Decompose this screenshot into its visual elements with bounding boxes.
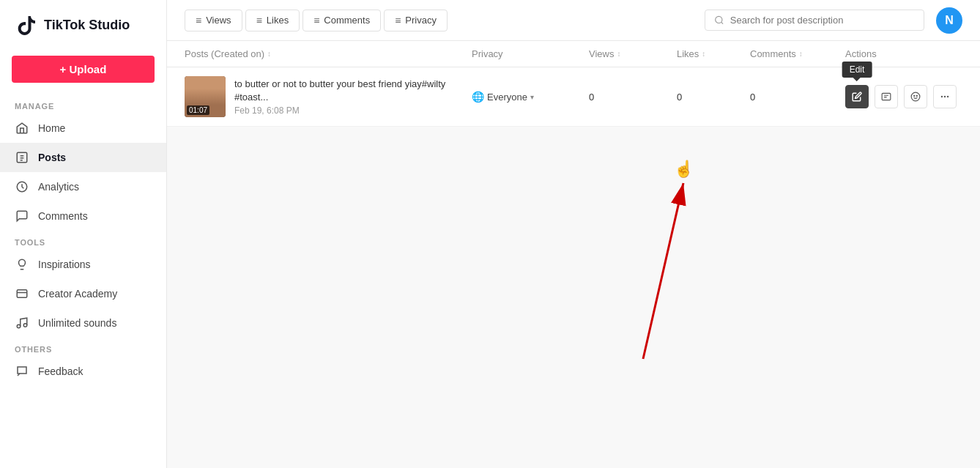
analytics-icon — [15, 179, 29, 194]
caption-icon — [881, 92, 891, 102]
sidebar-unlimited-sounds-label: Unlimited sounds — [38, 317, 116, 329]
sidebar-item-posts[interactable]: Posts — [0, 143, 166, 172]
svg-point-7 — [911, 92, 920, 101]
views-cell: 0 — [589, 92, 677, 103]
manage-section-label: MANAGE — [0, 94, 166, 114]
tab-views-label: Views — [206, 15, 231, 26]
post-date: Feb 19, 6:08 PM — [234, 105, 469, 116]
tab-views[interactable]: ≡ Views — [185, 10, 242, 31]
search-input[interactable] — [730, 15, 915, 26]
svg-point-9 — [916, 95, 917, 96]
sidebar-creator-academy-label: Creator Academy — [38, 288, 117, 300]
svg-point-8 — [914, 95, 915, 96]
tab-likes[interactable]: ≡ Likes — [245, 10, 300, 31]
comments-icon — [15, 209, 29, 223]
sidebar-item-unlimited-sounds[interactable]: Unlimited sounds — [0, 308, 166, 338]
privacy-cell[interactable]: 🌐 Everyone ▾ — [472, 91, 589, 103]
svg-point-4 — [23, 324, 27, 327]
tab-privacy-label: Privacy — [405, 15, 437, 26]
privacy-tab-icon: ≡ — [395, 15, 401, 26]
emoji-button[interactable] — [904, 85, 927, 108]
topbar: ≡ Views ≡ Likes ≡ Comments ≡ Privacy N — [167, 0, 980, 41]
sidebar-analytics-label: Analytics — [38, 181, 79, 193]
col-header-privacy: Privacy — [472, 48, 589, 59]
logo-area: TikTok Studio — [0, 0, 166, 50]
actions-cell: Edit — [845, 85, 962, 108]
sidebar-home-label: Home — [38, 122, 65, 134]
thumb-duration: 01:07 — [187, 105, 209, 115]
globe-icon: 🌐 — [472, 91, 484, 103]
sidebar-item-analytics[interactable]: Analytics — [0, 172, 166, 201]
posts-icon — [15, 150, 29, 165]
tab-comments[interactable]: ≡ Comments — [302, 10, 381, 31]
sidebar-comments-label: Comments — [38, 210, 88, 222]
sidebar: TikTok Studio + Upload MANAGE Home Posts… — [0, 0, 167, 468]
col-comments-label: Comments — [750, 48, 796, 59]
svg-point-10 — [941, 96, 943, 97]
sidebar-item-home[interactable]: Home — [0, 114, 166, 143]
post-thumbnail: 01:07 — [185, 76, 226, 117]
bulb-icon — [15, 257, 29, 272]
col-posts-label: Posts (Created on) — [185, 48, 264, 59]
sort-icon-views: ↕ — [617, 50, 620, 58]
sidebar-item-inspirations[interactable]: Inspirations — [0, 250, 166, 279]
main-content: ≡ Views ≡ Likes ≡ Comments ≡ Privacy N — [167, 0, 980, 468]
table-row: 01:07 to butter or not to butter your be… — [167, 67, 980, 127]
sidebar-posts-label: Posts — [38, 152, 66, 163]
svg-point-5 — [716, 16, 722, 23]
academy-icon — [15, 286, 29, 301]
sidebar-inspirations-label: Inspirations — [38, 259, 91, 270]
pencil-icon — [852, 92, 862, 102]
sidebar-feedback-label: Feedback — [38, 365, 83, 377]
views-tab-icon: ≡ — [196, 15, 201, 26]
search-icon — [714, 15, 724, 26]
emoji-icon — [910, 92, 921, 102]
sort-icon-likes: ↕ — [702, 50, 705, 58]
post-title: to butter or not to butter your best fri… — [234, 78, 469, 104]
likes-cell: 0 — [677, 92, 750, 103]
more-button[interactable] — [933, 85, 957, 108]
col-header-likes[interactable]: Likes ↕ — [677, 48, 750, 59]
col-actions-label: Actions — [845, 48, 877, 59]
svg-point-3 — [17, 324, 21, 328]
chevron-down-icon: ▾ — [530, 93, 534, 101]
tiktok-logo-icon — [15, 13, 38, 37]
feedback-icon — [15, 364, 29, 379]
comments-cell: 0 — [750, 92, 845, 103]
cursor-hand: ☝️ — [674, 160, 694, 179]
privacy-value: Everyone — [487, 92, 527, 103]
sidebar-item-creator-academy[interactable]: Creator Academy — [0, 279, 166, 308]
col-header-actions: Actions — [845, 48, 962, 59]
post-info: to butter or not to butter your best fri… — [234, 78, 469, 116]
upload-button[interactable]: + Upload — [12, 56, 155, 83]
tools-section-label: TOOLS — [0, 231, 166, 250]
svg-point-12 — [947, 96, 949, 97]
sort-icon-comments: ↕ — [799, 50, 803, 58]
sidebar-item-feedback[interactable]: Feedback — [0, 357, 166, 386]
col-header-comments[interactable]: Comments ↕ — [750, 48, 845, 59]
svg-rect-2 — [17, 290, 27, 298]
col-header-views[interactable]: Views ↕ — [589, 48, 677, 59]
sort-icon-posts: ↕ — [267, 50, 271, 58]
tab-group: ≡ Views ≡ Likes ≡ Comments ≡ Privacy — [185, 10, 448, 31]
tab-likes-label: Likes — [267, 15, 289, 26]
search-box[interactable] — [705, 10, 924, 31]
avatar: N — [936, 7, 962, 34]
likes-tab-icon: ≡ — [256, 15, 262, 26]
svg-point-11 — [944, 96, 946, 97]
home-icon — [15, 121, 29, 135]
content-area: Posts (Created on) ↕ Privacy Views ↕ Lik… — [167, 41, 980, 468]
music-icon — [15, 316, 29, 330]
post-cell: 01:07 to butter or not to butter your be… — [185, 76, 472, 117]
edit-button[interactable] — [845, 85, 869, 108]
caption-button[interactable] — [875, 85, 898, 108]
tab-privacy[interactable]: ≡ Privacy — [384, 10, 448, 31]
col-header-posts[interactable]: Posts (Created on) ↕ — [185, 48, 472, 59]
comments-tab-icon: ≡ — [313, 15, 319, 26]
others-section-label: OTHERS — [0, 338, 166, 357]
app-title: TikTok Studio — [44, 18, 130, 33]
sidebar-item-comments[interactable]: Comments — [0, 201, 166, 231]
svg-line-14 — [643, 183, 683, 359]
col-likes-label: Likes — [677, 48, 699, 59]
tab-comments-label: Comments — [324, 15, 370, 26]
